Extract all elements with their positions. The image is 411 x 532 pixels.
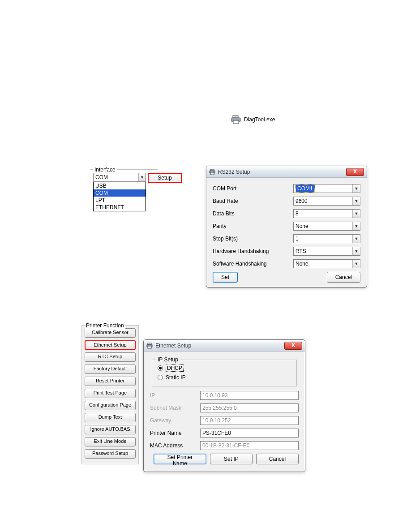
svg-rect-2 xyxy=(233,120,239,124)
svg-rect-6 xyxy=(210,172,214,175)
dhcp-radio[interactable] xyxy=(158,365,163,371)
factory-default-button[interactable]: Factory Default xyxy=(85,365,136,374)
ip-label: IP xyxy=(150,392,200,399)
data-bits-value: 8 xyxy=(295,210,299,217)
print-test-page-button[interactable]: Print Test Page xyxy=(85,389,136,398)
close-button[interactable]: X xyxy=(284,342,302,350)
ethernet-setup-dialog: Ethernet Setup X IP Setup DHCP Static IP… xyxy=(143,339,305,472)
sw-handshaking-combobox[interactable]: None ▼ xyxy=(293,259,360,268)
diagtool-desktop-icon[interactable]: DiagTool.exe xyxy=(231,115,275,124)
svg-point-3 xyxy=(239,119,240,120)
stop-bits-value: 1 xyxy=(295,236,299,242)
interface-option-com[interactable]: COM xyxy=(94,189,146,197)
dump-text-button[interactable]: Dump Text xyxy=(85,413,136,422)
rs232-title: RS232 Setup xyxy=(218,169,343,175)
diagtool-label: DiagTool.exe xyxy=(244,116,275,123)
hw-handshaking-value: RTS xyxy=(295,248,306,254)
hw-handshaking-combobox[interactable]: RTS ▼ xyxy=(293,247,360,256)
static-ip-radio[interactable] xyxy=(158,375,163,380)
gateway-field[interactable]: 10.0.10.252 xyxy=(200,416,299,425)
printer-function-title: Printer Function xyxy=(85,322,125,329)
static-ip-radio-row[interactable]: Static IP xyxy=(158,374,291,381)
reset-printer-button[interactable]: Reset Printer xyxy=(85,377,136,386)
subnet-field[interactable]: 255.255.255.0 xyxy=(200,403,299,412)
sw-handshaking-value: None xyxy=(295,261,308,267)
dhcp-radio-label: DHCP xyxy=(166,365,184,372)
chevron-down-icon: ▼ xyxy=(352,235,360,243)
data-bits-label: Data Bits xyxy=(213,210,293,217)
rs232-setup-dialog: RS232 Setup X COM Port COM1 ▼ Baud Rate … xyxy=(206,166,367,287)
mac-address-field[interactable]: 00-1B-82-31-CF-E0 xyxy=(200,441,299,450)
close-button[interactable]: X xyxy=(346,168,364,176)
chevron-down-icon: ▼ xyxy=(138,173,146,181)
com-port-combobox[interactable]: COM1 ▼ xyxy=(293,184,360,193)
chevron-down-icon: ▼ xyxy=(352,247,360,255)
interface-option-usb[interactable]: USB xyxy=(94,182,146,189)
set-printer-name-button[interactable]: Set Printer Name xyxy=(154,454,206,464)
parity-value: None xyxy=(295,223,308,229)
dhcp-radio-row[interactable]: DHCP xyxy=(158,365,291,372)
printer-icon xyxy=(231,115,241,124)
baud-rate-combobox[interactable]: 9600 ▼ xyxy=(293,197,360,206)
configuration-page-button[interactable]: Configuration Page xyxy=(85,401,136,410)
stop-bits-label: Stop Bit(s) xyxy=(213,236,293,242)
ip-field[interactable]: 10.0.10.93 xyxy=(200,391,299,400)
com-port-label: COM Port xyxy=(213,185,293,192)
printer-function-panel: Printer Function Calibrate Sensor Ethern… xyxy=(81,325,139,464)
interface-selected-value: COM xyxy=(95,174,108,180)
setup-button[interactable]: Setup xyxy=(148,173,182,183)
baud-rate-label: Baud Rate xyxy=(213,198,293,204)
interface-option-ethernet[interactable]: ETHERNET xyxy=(94,204,146,211)
rs232-cancel-button[interactable]: Cancel xyxy=(327,272,360,283)
chevron-down-icon: ▼ xyxy=(352,184,360,193)
interface-group-label: Interface xyxy=(93,167,117,173)
svg-rect-9 xyxy=(148,346,151,348)
chevron-down-icon: ▼ xyxy=(352,210,360,218)
sw-handshaking-label: Software Handshaking xyxy=(213,261,293,267)
rtc-setup-button[interactable]: RTC Setup xyxy=(85,352,136,362)
hw-handshaking-label: Hardware Handshaking xyxy=(213,248,293,254)
static-ip-radio-label: Static IP xyxy=(166,374,186,381)
interface-dropdown-list[interactable]: USB COM LPT ETHERNET xyxy=(93,182,146,211)
svg-rect-5 xyxy=(210,169,214,171)
subnet-label: Subnet Mask xyxy=(150,405,200,411)
interface-combobox[interactable]: COM ▼ xyxy=(93,173,146,182)
exit-line-mode-button[interactable]: Exit Line Mode xyxy=(85,437,136,446)
ip-setup-fieldset: IP Setup DHCP Static IP xyxy=(152,360,297,386)
baud-rate-value: 9600 xyxy=(295,198,308,204)
interface-option-lpt[interactable]: LPT xyxy=(94,197,146,204)
chevron-down-icon: ▼ xyxy=(352,197,360,205)
parity-combobox[interactable]: None ▼ xyxy=(293,222,360,231)
ignore-autobas-button[interactable]: Ignore AUTO.BAS xyxy=(85,425,136,434)
printer-icon xyxy=(146,343,153,349)
svg-rect-0 xyxy=(233,116,238,118)
stop-bits-combobox[interactable]: 1 ▼ xyxy=(293,234,360,243)
rs232-set-button[interactable]: Set xyxy=(213,272,238,283)
rs232-titlebar[interactable]: RS232 Setup X xyxy=(206,166,367,178)
ethernet-cancel-button[interactable]: Cancel xyxy=(256,454,299,464)
printer-icon xyxy=(209,169,215,175)
svg-rect-8 xyxy=(148,343,151,344)
com-port-value: COM1 xyxy=(295,184,315,193)
parity-label: Parity xyxy=(213,223,293,229)
calibrate-sensor-button[interactable]: Calibrate Sensor xyxy=(85,328,136,338)
chevron-down-icon: ▼ xyxy=(352,260,360,268)
data-bits-combobox[interactable]: 8 ▼ xyxy=(293,209,360,218)
gateway-label: Gateway xyxy=(150,417,200,424)
ethernet-titlebar[interactable]: Ethernet Setup X xyxy=(144,340,305,352)
ethernet-title: Ethernet Setup xyxy=(155,343,282,349)
password-setup-button[interactable]: Password Setup xyxy=(85,449,136,459)
ethernet-setup-button[interactable]: Ethernet Setup xyxy=(85,340,136,350)
ip-setup-legend: IP Setup xyxy=(156,356,180,363)
set-ip-button[interactable]: Set IP xyxy=(210,454,253,464)
chevron-down-icon: ▼ xyxy=(352,222,360,230)
printer-name-field[interactable]: PS-31CFE0 xyxy=(200,429,299,438)
printer-name-label: Printer Name xyxy=(150,430,200,436)
mac-address-label: MAC Address xyxy=(150,442,200,449)
